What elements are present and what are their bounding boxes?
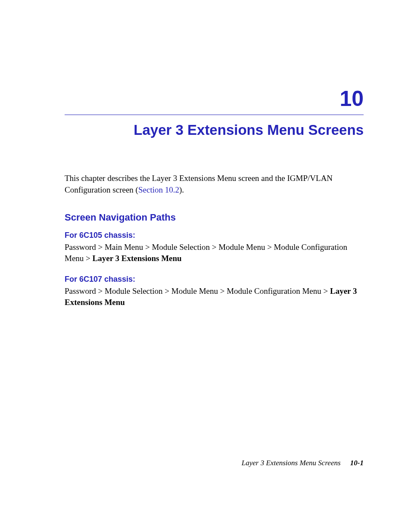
chapter-rule	[65, 115, 364, 115]
intro-paragraph: This chapter describes the Layer 3 Exten…	[65, 173, 364, 196]
path-bold: Layer 3 Extensions Menu	[93, 254, 182, 263]
page-footer: Layer 3 Extensions Menu Screens 10-1	[242, 459, 364, 467]
footer-page-number: 10-1	[350, 459, 364, 467]
chapter-title: Layer 3 Extensions Menu Screens	[65, 122, 364, 138]
section-link[interactable]: Section 10.2	[138, 185, 179, 194]
chapter-number: 10	[65, 86, 364, 111]
document-page: 10 Layer 3 Extensions Menu Screens This …	[0, 0, 411, 308]
footer-chapter-name: Layer 3 Extensions Menu Screens	[242, 459, 341, 467]
sub-heading-6c105: For 6C105 chassis:	[65, 231, 364, 240]
path-prefix: Password > Module Selection > Module Men…	[65, 286, 330, 296]
path-6c107: Password > Module Selection > Module Men…	[65, 286, 364, 308]
intro-after-link: ).	[179, 185, 184, 194]
section-heading-navigation: Screen Navigation Paths	[65, 212, 364, 223]
path-6c105: Password > Main Menu > Module Selection …	[65, 242, 364, 264]
sub-heading-6c107: For 6C107 chassis:	[65, 275, 364, 284]
intro-before-link: This chapter describes the Layer 3 Exten…	[65, 174, 333, 194]
